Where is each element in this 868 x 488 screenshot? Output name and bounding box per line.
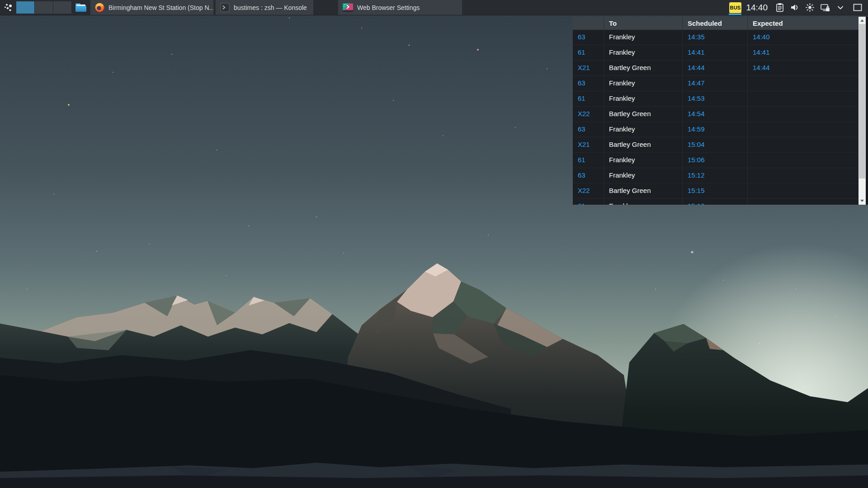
window-edge (866, 17, 868, 205)
app-launcher-button[interactable] (2, 0, 15, 15)
scheduled-time-link[interactable]: 14:59 (683, 122, 748, 137)
desktop: Birmingham New St Station (Stop N... bus… (0, 0, 868, 488)
scheduled-time-link[interactable]: 14:53 (683, 91, 748, 106)
scrollbar-down-arrow[interactable] (859, 197, 866, 204)
table-header: To Scheduled Expected (573, 17, 859, 30)
scheduled-time-link[interactable]: 14:44 (683, 61, 748, 75)
route-link[interactable]: 63 (573, 30, 604, 45)
app-launcher-icon (3, 2, 14, 13)
destination-cell: Frankley (604, 76, 683, 91)
route-link[interactable]: 63 (573, 122, 604, 137)
route-link[interactable]: 61 (573, 45, 604, 60)
pager-desktop-2[interactable] (35, 1, 53, 14)
taskbar-task-firefox[interactable]: Birmingham New St Station (Stop N... (90, 0, 213, 15)
expected-time-link[interactable] (748, 137, 859, 152)
column-header-to: To (604, 17, 683, 30)
pager-desktop-1[interactable] (16, 1, 35, 14)
expected-time-link[interactable] (748, 199, 859, 205)
konsole-icon (220, 3, 230, 12)
scrollbar-up-arrow[interactable] (859, 17, 866, 24)
expected-time-link[interactable]: 14:44 (748, 61, 859, 75)
scheduled-time-link[interactable]: 14:47 (683, 76, 748, 91)
column-header-expected: Expected (748, 17, 859, 30)
destination-cell: Frankley (604, 30, 683, 45)
bus-tray-icon: BUS (729, 2, 741, 13)
table-row: 63 Frankley 14:35 14:40 (573, 30, 859, 45)
destination-cell: Frankley (604, 45, 683, 60)
column-header-route (573, 17, 604, 30)
expected-time-link[interactable]: 14:40 (748, 30, 859, 45)
scheduled-time-link[interactable]: 15:12 (683, 168, 748, 183)
bus-departures-window: To Scheduled Expected 63 Frankley 14:35 … (573, 17, 868, 205)
route-link[interactable]: X22 (573, 107, 604, 122)
folder-icon (75, 2, 87, 13)
tray-bus-app[interactable]: BUS (729, 0, 741, 15)
taskbar: Birmingham New St Station (Stop N... bus… (0, 0, 868, 15)
route-link[interactable]: 61 (573, 199, 604, 205)
destination-cell: Frankley (604, 91, 683, 106)
volume-icon[interactable] (790, 3, 799, 12)
taskbar-task-web-browser-settings[interactable]: Web Browser Settings (338, 0, 462, 15)
virtual-desktop-pager (16, 0, 72, 15)
task-label: Birmingham New St Station (Stop N... (108, 4, 213, 11)
clipboard-icon[interactable] (776, 3, 784, 12)
brightness-icon[interactable] (806, 3, 814, 12)
column-header-scheduled: Scheduled (683, 17, 748, 30)
expected-time-link[interactable]: 14:41 (748, 45, 859, 60)
expected-time-link[interactable] (748, 107, 859, 122)
scheduled-time-link[interactable]: 15:06 (683, 153, 748, 168)
route-link[interactable]: X21 (573, 137, 604, 152)
task-label: Web Browser Settings (357, 4, 420, 11)
route-link[interactable]: X22 (573, 183, 604, 198)
scrollbar-thumb[interactable] (859, 24, 865, 178)
table-row: X22 Bartley Green 15:15 (573, 183, 859, 199)
table-row: 61 Frankley 14:41 14:41 (573, 45, 859, 61)
scheduled-time-link[interactable]: 15:04 (683, 137, 748, 152)
table-row: 63 Frankley 14:59 (573, 122, 859, 137)
table-row: 61 Frankley 15:18 (573, 199, 859, 205)
scheduled-time-link[interactable]: 14:35 (683, 30, 748, 45)
digital-clock[interactable]: 14:40 (746, 3, 768, 13)
table-row: X21 Bartley Green 15:04 (573, 137, 859, 153)
chevron-down-icon[interactable] (836, 4, 844, 12)
display-lock-icon[interactable] (821, 4, 830, 12)
table-row: 63 Frankley 14:47 (573, 76, 859, 91)
scheduled-time-link[interactable]: 14:41 (683, 45, 748, 60)
web-browser-settings-icon (343, 3, 353, 12)
show-desktop-button[interactable] (853, 4, 862, 11)
destination-cell: Bartley Green (604, 61, 683, 75)
table-scrollbar[interactable] (859, 17, 866, 205)
scheduled-time-link[interactable]: 14:54 (683, 107, 748, 122)
file-manager-button[interactable] (74, 0, 88, 15)
departure-table-body: 63 Frankley 14:35 14:40 61 Frankley 14:4… (573, 30, 859, 205)
expected-time-link[interactable] (748, 168, 859, 183)
firefox-icon (95, 3, 104, 12)
expected-time-link[interactable] (748, 183, 859, 198)
scheduled-time-link[interactable]: 15:15 (683, 183, 748, 198)
table-row: 61 Frankley 15:06 (573, 153, 859, 168)
expected-time-link[interactable] (748, 76, 859, 91)
table-row: 61 Frankley 14:53 (573, 91, 859, 107)
route-link[interactable]: 63 (573, 168, 604, 183)
destination-cell: Bartley Green (604, 137, 683, 152)
expected-time-link[interactable] (748, 153, 859, 168)
table-row: X21 Bartley Green 14:44 14:44 (573, 61, 859, 76)
route-link[interactable]: 61 (573, 91, 604, 106)
expected-time-link[interactable] (748, 122, 859, 137)
route-link[interactable]: 61 (573, 153, 604, 168)
destination-cell: Bartley Green (604, 107, 683, 122)
system-tray: BUS 14:40 (729, 0, 865, 15)
destination-cell: Frankley (604, 168, 683, 183)
expected-time-link[interactable] (748, 91, 859, 106)
active-indicator (729, 14, 741, 15)
destination-cell: Frankley (604, 153, 683, 168)
route-link[interactable]: 63 (573, 76, 604, 91)
table-row: 63 Frankley 15:12 (573, 168, 859, 183)
pager-desktop-3[interactable] (53, 1, 72, 14)
destination-cell: Bartley Green (604, 183, 683, 198)
route-link[interactable]: X21 (573, 61, 604, 75)
taskbar-task-konsole[interactable]: bustimes : zsh — Konsole (216, 0, 313, 15)
destination-cell: Frankley (604, 199, 683, 205)
scheduled-time-link[interactable]: 15:18 (683, 199, 748, 205)
task-label: bustimes : zsh — Konsole (234, 4, 307, 11)
